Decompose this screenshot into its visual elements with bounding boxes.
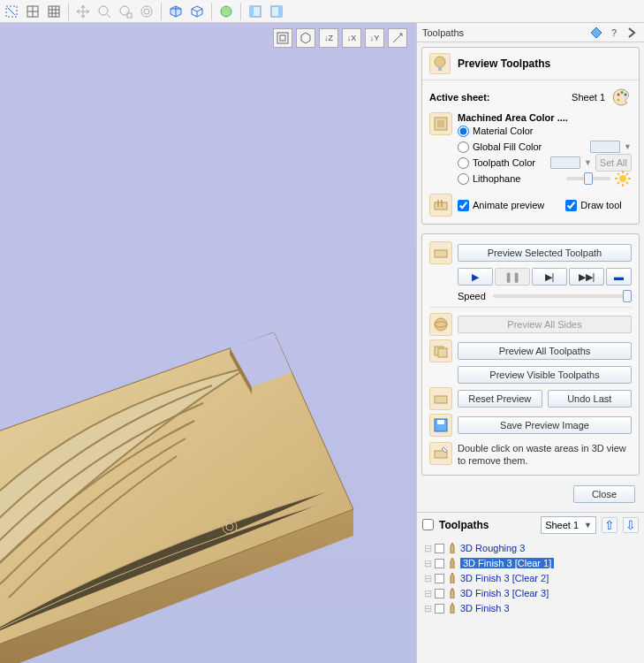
set-all-button: Set All [595,154,632,171]
preview-sides-icon [429,313,452,336]
svg-rect-25 [438,66,442,71]
move-up-button[interactable]: ⇧ [602,517,617,533]
view-x-icon[interactable]: ↓X [342,28,361,48]
toolpaths-header-label: Toolpaths [422,27,464,38]
view-z-icon[interactable]: ↓Z [319,28,338,48]
toolpaths-master-checkbox[interactable] [422,519,434,530]
end-button[interactable]: ▬ [606,268,632,286]
toolpath-label: 3D Finish 3 [Clear 3] [460,588,549,598]
toolpath-item[interactable]: ⊟3D Finish 3 [Clear 3] [419,586,642,601]
tool-iso-icon[interactable] [166,2,186,21]
tool-grid-large-icon[interactable] [23,2,42,21]
preview-all-button[interactable]: Preview All Toolpaths [458,342,632,360]
radio-material-color[interactable] [458,126,469,137]
view-y-icon[interactable]: ↓Y [365,28,384,48]
svg-rect-12 [278,6,282,17]
toolpath-item[interactable]: ⊟3D Finish 3 [Clear 2] [419,571,642,586]
active-sheet-value: Sheet 1 [572,92,605,103]
tool-zoom-icon[interactable] [95,2,114,21]
tool-grid-small-icon[interactable] [44,2,64,21]
playback-panel: Preview Selected Toolpath ▶ ❚❚ ▶| ▶▶| ▬ … [421,233,640,476]
toolpath-label: 3D Finish 3 [Clear 1] [460,558,554,568]
toolpath-label: 3D Finish 3 [Clear 2] [460,573,549,583]
svg-rect-41 [437,420,444,424]
svg-rect-38 [438,348,447,357]
toolpath-checkbox[interactable] [435,604,444,613]
active-sheet-label: Active sheet: [429,92,489,103]
toolpath-item[interactable]: ⊟3D Finish 3 [419,601,642,616]
sheet-select[interactable]: Sheet 1▼ [541,516,596,534]
reset-preview-button[interactable]: Reset Preview [458,390,542,408]
toolpath-color-swatch[interactable] [550,156,580,169]
view-axis-strip: ↓Z ↓X ↓Y [273,28,407,48]
tool-panel1-icon[interactable] [246,2,265,21]
pin-icon[interactable]: ? [607,26,621,40]
waste-hint-icon [429,442,452,465]
svg-point-3 [99,6,108,15]
svg-point-28 [625,94,627,96]
svg-point-27 [621,91,624,94]
animate-checkbox[interactable]: Animate preview [458,200,544,211]
drawtool-checkbox[interactable]: Draw tool [565,200,621,211]
tool-zoom-fit-icon[interactable] [116,2,135,21]
global-fill-swatch[interactable] [590,141,620,153]
svg-rect-2 [49,6,59,17]
tool-render-icon[interactable] [216,2,236,21]
skip-button[interactable]: ▶▶| [569,268,604,286]
close-button[interactable]: Close [573,485,635,503]
save-preview-image-button[interactable]: Save Preview Image [458,416,632,434]
toolpath-checkbox[interactable] [435,574,444,583]
svg-point-8 [221,6,231,17]
preview-all-icon [429,339,452,362]
toolpaths-header: Toolpaths ? [417,23,644,42]
3d-viewport[interactable]: ↓Z ↓X ↓Y [0,23,416,663]
svg-rect-13 [277,33,288,43]
view-iso2-icon[interactable] [388,28,407,48]
tool-panel2-icon[interactable] [267,2,286,21]
toolpath-label: 3D Roughing 3 [460,543,525,553]
tool-iso2-icon[interactable] [187,2,207,21]
move-down-button[interactable]: ⇩ [623,517,639,533]
toolpath-checkbox[interactable] [435,559,444,568]
svg-rect-14 [280,35,285,41]
radio-global-fill[interactable] [458,141,469,153]
svg-point-29 [617,99,620,102]
toolpath-checkbox[interactable] [435,544,444,553]
preview-selected-button[interactable]: Preview Selected Toolpath [458,244,632,262]
tool-move-icon[interactable] [73,2,93,21]
view-iso-icon[interactable] [296,28,315,48]
svg-rect-39 [435,396,447,403]
preview-visible-button[interactable]: Preview Visible Toolpaths [458,366,632,384]
toolpath-label: 3D Finish 3 [460,603,510,613]
machined-area-title: Machined Area Color .... [458,112,568,123]
carved-model [0,306,398,663]
litho-slider[interactable] [566,177,610,180]
svg-point-7 [144,9,149,14]
help-icon[interactable] [589,26,603,40]
preview-panel-icon [429,53,451,74]
toolpath-item[interactable]: ⊟3D Finish 3 [Clear 1] [419,556,642,571]
tool-select-icon[interactable] [2,2,21,21]
radio-toolpath-color[interactable] [458,157,469,169]
preview-selected-icon [429,241,452,264]
main-toolbar [0,0,644,23]
toolpath-checkbox[interactable] [435,589,444,598]
undo-last-button[interactable]: Undo Last [548,390,633,408]
toolpaths-list-label: Toolpaths [439,519,489,531]
reset-icon [429,387,452,410]
speed-label: Speed [458,291,486,301]
save-image-icon [429,414,452,437]
step-button[interactable]: ▶| [532,268,567,286]
palette-icon[interactable] [612,88,632,107]
toolpath-item[interactable]: ⊟3D Roughing 3 [419,541,642,556]
view-extents-icon[interactable] [273,28,292,48]
svg-point-24 [435,57,445,67]
speed-slider[interactable] [493,294,632,298]
collapse-icon[interactable] [625,26,639,40]
preview-all-sides-button: Preview All Sides [458,316,632,333]
tool-zoom-all-icon[interactable] [137,2,156,21]
play-button[interactable]: ▶ [458,268,493,286]
radio-lithophane[interactable] [458,173,469,185]
machined-area-icon [429,112,452,135]
svg-point-26 [617,94,620,96]
